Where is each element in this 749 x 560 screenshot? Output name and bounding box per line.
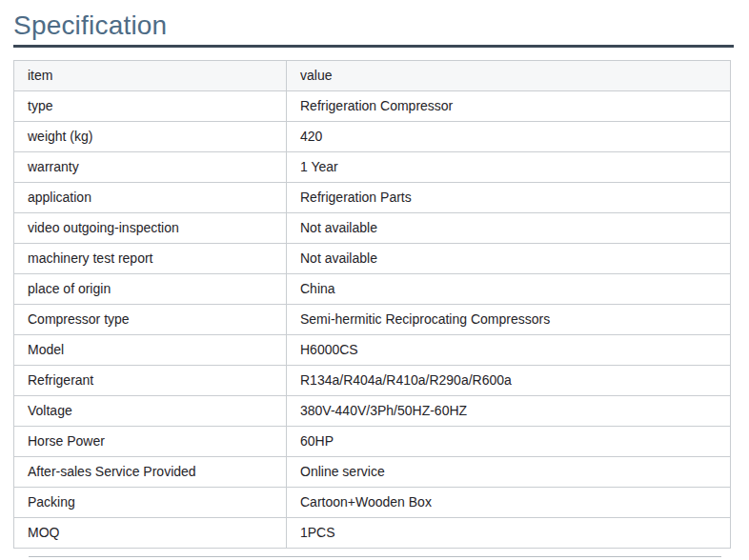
value-cell: 420	[287, 122, 731, 152]
table-body: typeRefrigeration Compressorweight (kg)4…	[14, 91, 731, 549]
item-cell: After-sales Service Provided	[14, 457, 287, 488]
table-row: RefrigerantR134a/R404a/R410a/R290a/R600a	[14, 366, 731, 396]
table-row: weight (kg)420	[14, 122, 731, 152]
table-row: place of originChina	[14, 274, 731, 305]
value-cell: R134a/R404a/R410a/R290a/R600a	[287, 366, 731, 396]
item-cell: application	[14, 183, 287, 213]
table-row: After-sales Service ProvidedOnline servi…	[14, 457, 731, 488]
item-cell: Packing	[14, 488, 287, 518]
item-cell: video outgoing-inspection	[14, 213, 287, 244]
table-row: typeRefrigeration Compressor	[14, 91, 731, 122]
item-cell: Refrigerant	[14, 366, 287, 396]
value-cell: 60HP	[287, 427, 731, 457]
value-cell: Not available	[287, 244, 731, 274]
item-cell: type	[14, 91, 287, 122]
bottom-divider	[29, 556, 721, 557]
value-cell: Not available	[287, 213, 731, 244]
item-cell: place of origin	[14, 274, 287, 305]
item-cell: MOQ	[14, 518, 287, 549]
value-cell: 1 Year	[287, 152, 731, 183]
value-cell: China	[287, 274, 731, 305]
column-header-value: value	[287, 61, 731, 91]
table-row: PackingCartoon+Wooden Box	[14, 488, 731, 518]
table-header-row: item value	[14, 61, 731, 91]
table-row: MOQ1PCS	[14, 518, 731, 549]
title-divider	[13, 45, 734, 48]
table-row: Voltage380V-440V/3Ph/50HZ-60HZ	[14, 396, 731, 427]
value-cell: 380V-440V/3Ph/50HZ-60HZ	[287, 396, 731, 427]
value-cell: Cartoon+Wooden Box	[287, 488, 731, 518]
item-cell: Compressor type	[14, 305, 287, 335]
item-cell: Horse Power	[14, 427, 287, 457]
value-cell: 1PCS	[287, 518, 731, 549]
value-cell: Semi-hermitic Reciprocating Compressors	[287, 305, 731, 335]
specification-section: Specification item value typeRefrigerati…	[13, 0, 734, 549]
column-header-item: item	[14, 61, 287, 91]
item-cell: Voltage	[14, 396, 287, 427]
item-cell: machinery test report	[14, 244, 287, 274]
table-row: applicationRefrigeration Parts	[14, 183, 731, 213]
table-row: machinery test reportNot available	[14, 244, 731, 274]
table-row: Compressor typeSemi-hermitic Reciprocati…	[14, 305, 731, 335]
item-cell: warranty	[14, 152, 287, 183]
table-row: video outgoing-inspectionNot available	[14, 213, 731, 244]
item-cell: Model	[14, 335, 287, 366]
table-row: ModelH6000CS	[14, 335, 731, 366]
item-cell: weight (kg)	[14, 122, 287, 152]
value-cell: Refrigeration Compressor	[287, 91, 731, 122]
specification-table: item value typeRefrigeration Compressorw…	[13, 60, 731, 549]
value-cell: Online service	[287, 457, 731, 488]
table-row: Horse Power60HP	[14, 427, 731, 457]
value-cell: Refrigeration Parts	[287, 183, 731, 213]
page-title: Specification	[13, 8, 734, 43]
table-row: warranty1 Year	[14, 152, 731, 183]
value-cell: H6000CS	[287, 335, 731, 366]
